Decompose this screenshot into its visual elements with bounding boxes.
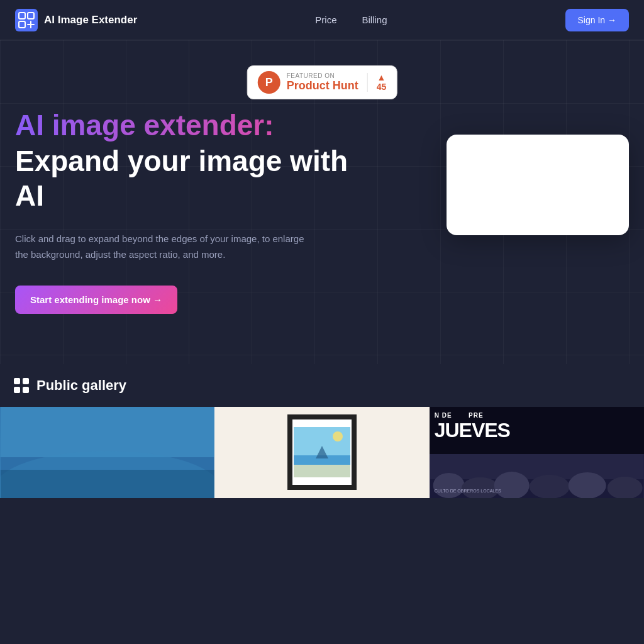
navbar-links: Price Billing <box>315 14 387 25</box>
svg-rect-11 <box>1 470 214 498</box>
svg-rect-5 <box>23 378 29 384</box>
jueves-overlay: N DE PRE JUEVES CULTO <box>430 407 644 498</box>
hero-right <box>447 135 629 235</box>
vote-arrow-icon: ▲ <box>377 73 386 82</box>
logo-container[interactable]: AI Image Extender <box>15 9 137 31</box>
svg-rect-4 <box>14 378 20 384</box>
gallery-section: Public gallery <box>0 364 644 498</box>
svg-rect-18 <box>430 454 643 479</box>
svg-rect-0 <box>15 9 38 31</box>
product-hunt-votes: ▲ 45 <box>367 73 387 92</box>
product-hunt-text: FEATURED ON Product Hunt <box>287 72 358 92</box>
svg-point-16 <box>333 431 343 441</box>
image-preview-card <box>447 135 629 235</box>
svg-rect-14 <box>294 465 350 477</box>
hero-content: AI image extender: Expand your image wit… <box>15 97 629 314</box>
hero-heading-line2: AI <box>15 179 44 212</box>
gallery-item-3[interactable]: N DE PRE JUEVES CULTO <box>430 407 644 498</box>
jueves-top-text: N DE PRE <box>435 412 639 419</box>
nav-link-billing[interactable]: Billing <box>362 14 387 25</box>
navbar-brand-text: AI Image Extender <box>44 14 137 26</box>
hero-heading-white: Expand your image with AI <box>15 144 348 213</box>
vote-count: 45 <box>377 82 387 92</box>
gallery-art-content <box>294 427 350 477</box>
hero-heading-gradient: AI image extender: <box>15 109 348 142</box>
gallery-item-1[interactable] <box>0 407 214 498</box>
hero-heading-line1: Expand your image with <box>15 145 348 177</box>
cta-button[interactable]: Start extending image now → <box>15 286 177 314</box>
jueves-main-text: JUEVES <box>435 420 639 440</box>
nav-link-price[interactable]: Price <box>315 14 336 25</box>
product-hunt-name: Product Hunt <box>287 79 358 92</box>
product-hunt-badge[interactable]: P FEATURED ON Product Hunt ▲ 45 <box>247 65 397 99</box>
gallery-header: Public gallery <box>0 377 644 394</box>
svg-rect-7 <box>23 387 29 393</box>
gallery-art-frame <box>287 414 357 490</box>
navbar: AI Image Extender Price Billing Sign In … <box>0 0 644 40</box>
gallery-item-2[interactable] <box>214 407 429 498</box>
hero-description: Click and drag to expand beyond the edge… <box>15 231 317 263</box>
product-hunt-logo: P <box>258 71 280 94</box>
product-hunt-featured-label: FEATURED ON <box>287 72 358 79</box>
logo-icon <box>15 9 38 31</box>
gallery-grid: N DE PRE JUEVES CULTO <box>0 407 644 498</box>
hero-left: AI image extender: Expand your image wit… <box>15 97 348 314</box>
gallery-title: Public gallery <box>36 377 126 394</box>
gallery-image-1-scene <box>0 407 214 498</box>
signin-button[interactable]: Sign In → <box>565 9 629 31</box>
svg-rect-6 <box>14 387 20 393</box>
gallery-grid-icon <box>13 377 30 394</box>
svg-rect-9 <box>1 407 214 457</box>
hero-section: P FEATURED ON Product Hunt ▲ 45 AI image… <box>0 40 644 364</box>
svg-point-22 <box>529 475 569 498</box>
jueves-sub-text: CULTO DE OBREROS LOCALES <box>432 486 504 496</box>
svg-point-23 <box>568 472 606 498</box>
